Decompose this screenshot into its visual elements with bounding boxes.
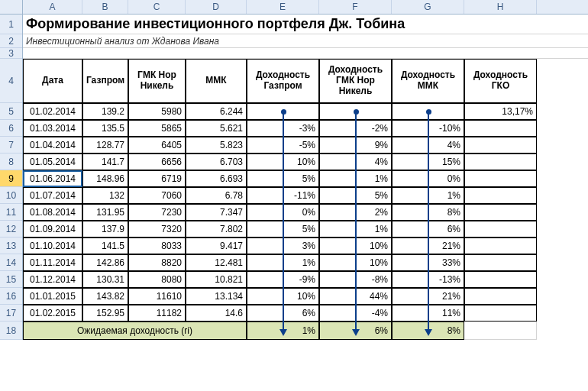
header-F[interactable]: Доходность ГМК Нор Никель [319,59,392,103]
cell-A-10[interactable]: 01.07.2014 [23,187,82,204]
cell-B-10[interactable]: 132 [82,187,128,204]
cell-H-5[interactable]: 13,17% [464,103,537,120]
cell-D-5[interactable]: 6.244 [186,103,247,120]
cell-A-13[interactable]: 01.10.2014 [23,238,82,254]
cell-F-5[interactable] [319,103,392,120]
cell-H-8[interactable] [464,153,537,170]
cell-C-13[interactable]: 8033 [128,238,186,254]
cell-A-8[interactable]: 01.05.2014 [23,153,82,170]
cell-E-7[interactable]: -5% [247,137,319,153]
row-header-7[interactable]: 7 [0,137,22,153]
cell-H-6[interactable] [464,120,537,137]
cell-H-15[interactable] [464,271,537,288]
row-header-8[interactable]: 8 [0,153,22,170]
cell-E-10[interactable]: -11% [247,187,319,204]
cell-H-12[interactable] [464,221,537,238]
cell-D-9[interactable]: 6.693 [186,170,247,187]
cell-D-15[interactable]: 10.821 [186,271,247,288]
grid-area[interactable]: Формирование инвестиционного портфеля Дж… [23,15,588,340]
summary-E[interactable]: 1% [247,322,319,340]
cell-D-14[interactable]: 12.481 [186,254,247,271]
cell-D-10[interactable]: 6.78 [186,187,247,204]
cell-A-16[interactable]: 01.01.2015 [23,288,82,305]
cell-B-16[interactable]: 143.82 [82,288,128,305]
cell-B-14[interactable]: 142.86 [82,254,128,271]
cell-A-15[interactable]: 01.12.2014 [23,271,82,288]
cell-H-10[interactable] [464,187,537,204]
cell-G-14[interactable]: 33% [392,254,464,271]
column-header-D[interactable]: D [186,0,247,14]
cell-F-12[interactable]: 1% [319,221,392,238]
cell-C-8[interactable]: 6656 [128,153,186,170]
cell-F-7[interactable]: 9% [319,137,392,153]
header-G[interactable]: Доходность ММК [392,59,464,103]
header-H[interactable]: Доходность ГКО [464,59,537,103]
cell-A-14[interactable]: 01.11.2014 [23,254,82,271]
cell-C-10[interactable]: 7060 [128,187,186,204]
cell-B-7[interactable]: 128.77 [82,137,128,153]
cell-A-9[interactable]: 01.06.2014 [23,170,82,187]
cell-E-8[interactable]: 10% [247,153,319,170]
summary-label[interactable]: Ожидаемая доходность (ri) [23,322,247,340]
cell-G-8[interactable]: 15% [392,153,464,170]
row-header-5[interactable]: 5 [0,103,22,120]
cell-H-14[interactable] [464,254,537,271]
header-D[interactable]: ММК [186,59,247,103]
header-E[interactable]: Доходность Газпром [247,59,319,103]
cell-D-6[interactable]: 5.621 [186,120,247,137]
row-header-14[interactable]: 14 [0,254,22,271]
cell-D-8[interactable]: 6.703 [186,153,247,170]
cell-G-9[interactable]: 0% [392,170,464,187]
cell-B-12[interactable]: 137.9 [82,221,128,238]
cell-B-5[interactable]: 139.2 [82,103,128,120]
cell-D-7[interactable]: 5.823 [186,137,247,153]
cell-D-16[interactable]: 13.134 [186,288,247,305]
cell-A-17[interactable]: 01.02.2015 [23,305,82,322]
cell-F-9[interactable]: 1% [319,170,392,187]
blank-row[interactable] [23,48,588,59]
cell-B-6[interactable]: 135.5 [82,120,128,137]
cell-C-17[interactable]: 11182 [128,305,186,322]
row-header-9[interactable]: 9 [0,170,22,187]
subtitle-cell[interactable]: Инвестиционный анализ от Жданова Ивана [23,34,588,48]
cell-G-7[interactable]: 4% [392,137,464,153]
cell-A-5[interactable]: 01.02.2014 [23,103,82,120]
cell-G-15[interactable]: -13% [392,271,464,288]
cell-F-6[interactable]: -2% [319,120,392,137]
column-header-H[interactable]: H [464,0,537,14]
cell-E-16[interactable]: 10% [247,288,319,305]
cell-C-5[interactable]: 5980 [128,103,186,120]
column-header-F[interactable]: F [319,0,392,14]
cell-G-11[interactable]: 8% [392,204,464,221]
cell-F-10[interactable]: 5% [319,187,392,204]
select-all-corner[interactable] [0,0,23,15]
cell-E-5[interactable] [247,103,319,120]
column-header-A[interactable]: A [23,0,82,14]
cell-H-16[interactable] [464,288,537,305]
cell-E-6[interactable]: -3% [247,120,319,137]
cell-G-13[interactable]: 21% [392,238,464,254]
cell-A-6[interactable]: 01.03.2014 [23,120,82,137]
cell-B-17[interactable]: 152.95 [82,305,128,322]
row-header-3[interactable]: 3 [0,48,22,59]
cell-D-12[interactable]: 7.802 [186,221,247,238]
cell-F-8[interactable]: 4% [319,153,392,170]
row-header-2[interactable]: 2 [0,34,22,48]
column-header-E[interactable]: E [247,0,319,14]
cell-H-7[interactable] [464,137,537,153]
summary-G[interactable]: 8% [392,322,464,340]
cell-A-7[interactable]: 01.04.2014 [23,137,82,153]
row-header-10[interactable]: 10 [0,187,22,204]
row-header-4[interactable]: 4 [0,59,22,103]
cell-C-14[interactable]: 8820 [128,254,186,271]
summary-F[interactable]: 6% [319,322,392,340]
cell-F-13[interactable]: 10% [319,238,392,254]
cell-H-9[interactable] [464,170,537,187]
row-header-18[interactable]: 18 [0,322,22,340]
cell-B-8[interactable]: 141.7 [82,153,128,170]
header-B[interactable]: Газпром [82,59,128,103]
cell-G-12[interactable]: 6% [392,221,464,238]
cell-B-15[interactable]: 130.31 [82,271,128,288]
cell-C-12[interactable]: 7320 [128,221,186,238]
cell-D-11[interactable]: 7.347 [186,204,247,221]
